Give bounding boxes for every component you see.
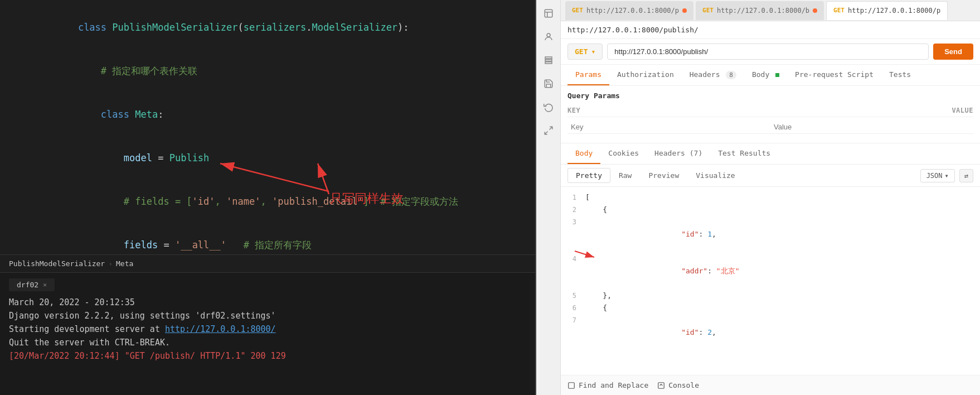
- line-content-5: # fields = ['id', 'name', 'publish_detai…: [28, 180, 535, 223]
- json-line-content-1: [: [583, 191, 980, 204]
- pm-sidebar: [536, 0, 561, 395]
- terminal-tab-label: drf02: [17, 281, 38, 289]
- json-line-7: 7 "id": 2,: [561, 314, 980, 351]
- pm-resp-tab-cookies[interactable]: Cookies: [600, 143, 647, 164]
- pm-tab-2[interactable]: GET http://127.0.0.1:8000/b: [696, 1, 824, 20]
- pm-console-label: Console: [668, 381, 699, 389]
- json-line-num-2: 2: [561, 204, 583, 216]
- pm-tab-2-url: http://127.0.0.1:8000/b: [717, 7, 809, 15]
- pm-request-bar: GET ▾ Send: [561, 39, 980, 65]
- pm-tab-2-dot: [813, 8, 817, 13]
- breadcrumb-sep: ›: [108, 259, 113, 268]
- console-icon: [657, 382, 665, 389]
- terminal-tab[interactable]: drf02 ✕: [9, 278, 55, 291]
- pm-params-col-val: VALUE: [770, 107, 973, 114]
- line-content-4: model = Publish: [28, 136, 535, 180]
- pm-bottom-bar: Find and Replace Console: [561, 375, 980, 395]
- line-content-1: class PublishModelSerializer(serializers…: [28, 6, 535, 49]
- line-content-3: class Meta:: [28, 93, 535, 136]
- json-line-num-1: 1: [561, 191, 583, 204]
- pm-tab-1[interactable]: GET http://127.0.0.1:8000/p: [565, 1, 693, 20]
- pm-req-tab-params[interactable]: Params: [567, 65, 609, 85]
- pm-find-replace-button[interactable]: Find and Replace: [567, 381, 648, 389]
- pm-sidebar-save-icon[interactable]: [540, 75, 557, 93]
- json-line-content-3: "id": 1,: [583, 216, 980, 253]
- svg-rect-4: [545, 9, 552, 17]
- pm-tab-3-method: GET: [833, 7, 845, 14]
- pm-key-input[interactable]: [567, 121, 770, 134]
- breadcrumb-class: PublishModelSerializer: [9, 259, 105, 268]
- pm-sidebar-request-icon[interactable]: [540, 4, 557, 22]
- term-line-4: Quit the server with CTRL-BREAK.: [9, 336, 526, 349]
- pm-tab-3-url: http://127.0.0.1:8000/p: [848, 7, 940, 15]
- pm-sidebar-collection-icon[interactable]: [540, 51, 557, 69]
- svg-point-7: [547, 33, 550, 37]
- pm-val-input[interactable]: [770, 121, 973, 134]
- json-line-content-2: {: [583, 204, 980, 216]
- pm-format-right: JSON ▾ ⇄: [920, 169, 973, 182]
- pm-method-select[interactable]: GET ▾: [567, 44, 603, 60]
- pm-console-button[interactable]: Console: [657, 381, 699, 389]
- pm-req-tab-auth[interactable]: Authorization: [609, 65, 682, 85]
- pm-format-pretty[interactable]: Pretty: [567, 168, 610, 183]
- pm-req-tab-body[interactable]: Body: [744, 65, 787, 85]
- pm-json-format-select[interactable]: JSON ▾: [920, 169, 955, 182]
- find-replace-icon: [567, 382, 575, 389]
- pm-tab-1-method: GET: [572, 7, 583, 14]
- term-line-5: [20/Mar/2022 20:12:44] "GET /publish/ HT…: [9, 349, 526, 363]
- pm-tab-1-dot: [682, 8, 687, 13]
- json-line-2: 2 {: [561, 204, 980, 216]
- pm-resp-tabs: Body Cookies Headers (7) Test Results: [561, 143, 980, 165]
- postman-panel: GET http://127.0.0.1:8000/p GET http://1…: [535, 0, 980, 395]
- json-line-num-3: 3: [561, 216, 583, 253]
- pm-params-table: KEY VALUE: [567, 104, 973, 137]
- pm-req-tab-pre-request[interactable]: Pre-request Script: [787, 65, 881, 85]
- pm-json-content: 1 [ 2 { 3 "id": 1, 4: [561, 187, 980, 375]
- code-line-5: # fields = ['id', 'name', 'publish_detai…: [0, 180, 535, 223]
- svg-rect-12: [569, 382, 575, 388]
- term-line-3: Starting development server at http://12…: [9, 322, 526, 336]
- pm-req-tab-headers[interactable]: Headers 8: [682, 65, 744, 85]
- pm-sidebar-people-icon[interactable]: [540, 28, 557, 46]
- json-line-content-5: },: [583, 290, 980, 302]
- pm-format-visualize[interactable]: Visualize: [687, 168, 743, 183]
- code-area: class PublishModelSerializer(serializers…: [0, 0, 535, 254]
- editor-panel: class PublishModelSerializer(serializers…: [0, 0, 535, 395]
- pm-sidebar-history-icon[interactable]: [540, 98, 557, 116]
- pm-params-col-key: KEY: [567, 107, 770, 114]
- pm-method-label: GET: [575, 47, 588, 56]
- pm-find-replace-label: Find and Replace: [579, 381, 648, 389]
- pm-format-raw[interactable]: Raw: [610, 168, 640, 183]
- term-line-2: Django version 2.2.2, using settings 'dr…: [9, 309, 526, 322]
- pm-format-bar: Pretty Raw Preview Visualize JSON ▾ ⇄: [561, 165, 980, 187]
- pm-query-params-section: Query Params KEY VALUE: [561, 86, 980, 143]
- json-line-num-6: 6: [561, 302, 583, 314]
- pm-url-input[interactable]: [607, 44, 929, 60]
- pm-params-header: KEY VALUE: [567, 104, 973, 117]
- line-content-2: # 指定和哪个表作关联: [28, 49, 535, 93]
- pm-wrap-button[interactable]: ⇄: [959, 169, 973, 182]
- pm-format-preview[interactable]: Preview: [640, 168, 687, 183]
- breadcrumb-bar: PublishModelSerializer › Meta: [0, 254, 535, 272]
- pm-resp-tab-test-results[interactable]: Test Results: [710, 143, 778, 164]
- json-line-num-5: 5: [561, 290, 583, 302]
- breadcrumb-meta: Meta: [116, 259, 133, 268]
- json-line-content-4: "addr": "北京": [583, 253, 980, 290]
- json-line-content-7: "id": 2,: [583, 314, 980, 351]
- pm-tab-bar: GET http://127.0.0.1:8000/p GET http://1…: [561, 0, 980, 21]
- terminal-close[interactable]: ✕: [43, 281, 47, 288]
- pm-response-area: Body Cookies Headers (7) Test Results Pr…: [561, 143, 980, 375]
- pm-resp-tab-headers[interactable]: Headers (7): [647, 143, 710, 164]
- json-line-5: 5 },: [561, 290, 980, 302]
- json-line-num-4: 4: [561, 253, 583, 290]
- pm-sidebar-zoom-icon[interactable]: [540, 122, 557, 139]
- pm-send-button[interactable]: Send: [933, 44, 973, 60]
- term-server-link[interactable]: http://127.0.0.1:8000/: [165, 324, 276, 334]
- svg-rect-13: [658, 382, 664, 388]
- pm-tab-3[interactable]: GET http://127.0.0.1:8000/p: [826, 1, 948, 20]
- svg-line-9: [545, 132, 547, 134]
- pm-resp-tab-body[interactable]: Body: [567, 143, 600, 164]
- pm-req-tab-tests[interactable]: Tests: [881, 65, 919, 85]
- term-line-1: March 20, 2022 - 20:12:35: [9, 296, 526, 309]
- json-line-6: 6 {: [561, 302, 980, 314]
